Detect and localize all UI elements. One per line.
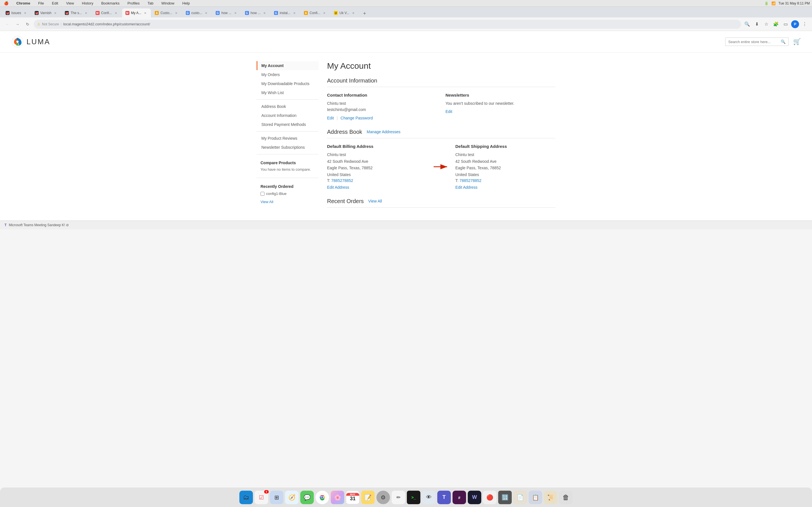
apple-menu[interactable]: 🍎 (2, 1, 10, 6)
menu-view[interactable]: View (64, 1, 75, 6)
address-book-header: Address Book Manage Addresses (327, 129, 555, 138)
pipe-divider: | (337, 116, 338, 120)
sidebar-item-wish-list[interactable]: My Wish List (257, 88, 319, 97)
sidebar-item-account-info[interactable]: Account Information (257, 111, 319, 120)
recently-title: Recently Ordered (260, 184, 315, 189)
shipping-country: United States (455, 172, 555, 178)
recently-item-checkbox[interactable] (260, 192, 264, 196)
tab-close-confi1[interactable]: ✕ (114, 11, 118, 15)
store-search[interactable]: 🔍 (725, 38, 789, 46)
datetime: Tue 31 May 8:11 PM (778, 1, 810, 5)
sidebar-item-my-account[interactable]: My Account (257, 61, 319, 70)
edit-billing-address-link[interactable]: Edit Address (327, 185, 349, 189)
tab-close-the-s[interactable]: ✕ (84, 11, 88, 15)
shipping-title: Default Shipping Address (455, 144, 555, 149)
forward-button[interactable]: → (13, 20, 21, 28)
search-button[interactable]: 🔍 (743, 20, 751, 28)
billing-title: Default Billing Address (327, 144, 427, 149)
cart-icon[interactable]: 🛒 (793, 38, 801, 45)
tab-how2[interactable]: G how ... ✕ (242, 8, 270, 17)
menu-window[interactable]: Window (160, 1, 176, 6)
recently-item-label: config1-Blue (266, 191, 287, 196)
tab-custo-g1[interactable]: G custo... ✕ (183, 8, 212, 17)
tab-close-how1[interactable]: ✕ (233, 11, 238, 15)
billing-country: United States (327, 172, 427, 178)
cast-button[interactable]: ▭ (781, 20, 790, 28)
menu-tab[interactable]: Tab (146, 1, 155, 6)
search-input[interactable] (728, 40, 779, 44)
new-tab-button[interactable]: + (361, 10, 368, 17)
tab-varnish[interactable]: 🐙 Varnish ✕ (31, 8, 61, 17)
menu-edit[interactable]: Edit (50, 1, 60, 6)
edit-contact-link[interactable]: Edit (327, 116, 334, 120)
newsletters-text: You aren't subscribed to our newsletter. (446, 100, 555, 107)
tab-the-s[interactable]: 🐙 The s... ✕ (61, 8, 91, 17)
tab-custo1[interactable]: A Custo... ✕ (151, 8, 182, 17)
view-all-recently[interactable]: View All (260, 200, 273, 204)
tab-close-how2[interactable]: ✕ (262, 11, 267, 15)
sidebar-divider-3 (257, 154, 319, 154)
tab-close-varnish[interactable]: ✕ (53, 11, 57, 15)
menu-file[interactable]: File (36, 1, 46, 6)
sidebar-item-my-orders[interactable]: My Orders (257, 70, 319, 79)
tab-close-my-account[interactable]: ✕ (143, 11, 147, 15)
luma-logo[interactable]: LUMA (11, 36, 50, 48)
tab-close-confi2[interactable]: ✕ (322, 11, 326, 15)
tab-uk-v[interactable]: U Uk V... ✕ (331, 8, 359, 17)
menu-profiles[interactable]: Profiles (126, 1, 141, 6)
shipping-phone-number[interactable]: 7885278852 (460, 178, 481, 183)
profile-button[interactable]: P (791, 20, 799, 28)
menu-bookmarks[interactable]: Bookmarks (100, 1, 121, 6)
url-bar[interactable]: ⚠ Not Secure | local.magento24d2.com/ind… (34, 20, 741, 29)
tab-close-instal[interactable]: ✕ (292, 11, 297, 15)
menu-history[interactable]: History (80, 1, 95, 6)
tab-close-custo-g1[interactable]: ✕ (204, 11, 208, 15)
reload-button[interactable]: ↻ (24, 20, 32, 28)
main-layout: My Account My Orders My Downloadable Pro… (251, 53, 561, 221)
download-button[interactable]: ⬇ (753, 20, 761, 28)
shipping-phone: T: 7885278852 (455, 178, 555, 183)
manage-addresses-link[interactable]: Manage Addresses (367, 129, 401, 134)
sidebar-item-downloadable[interactable]: My Downloadable Products (257, 79, 319, 88)
shipping-city: Eagle Pass, Texas, 78852 (455, 165, 555, 172)
sidebar-item-payment[interactable]: Stored Payment Methods (257, 120, 319, 129)
tab-close-custo1[interactable]: ✕ (174, 11, 179, 15)
sidebar-item-reviews[interactable]: My Product Reviews (257, 134, 319, 143)
tab-close-issues[interactable]: ✕ (23, 11, 28, 15)
sidebar-section-main: My Account My Orders My Downloadable Pro… (257, 61, 319, 97)
extensions-button[interactable]: 🧩 (772, 20, 780, 28)
change-password-link[interactable]: Change Password (341, 116, 373, 120)
sidebar-item-newsletter[interactable]: Newsletter Subscriptions (257, 143, 319, 152)
sidebar-item-address-book[interactable]: Address Book (257, 102, 319, 111)
store-header: LUMA 🔍 🛒 (0, 31, 812, 53)
edit-newsletter-link[interactable]: Edit (446, 109, 452, 114)
contact-info-title: Contact Information (327, 93, 437, 98)
tab-close-uk-v[interactable]: ✕ (351, 11, 356, 15)
arrow-annotation (433, 163, 450, 170)
sidebar-divider-2 (257, 131, 319, 131)
shipping-street: 42 South Redwood Ave (455, 158, 555, 165)
tab-how1[interactable]: G how ... ✕ (212, 8, 241, 17)
tab-instal[interactable]: G instal... ✕ (271, 8, 300, 17)
wifi-status: 📶 (771, 1, 776, 5)
back-button[interactable]: ← (3, 20, 11, 28)
tab-confi1[interactable]: M Confi... ✕ (92, 8, 121, 17)
bookmark-button[interactable]: ☆ (762, 20, 770, 28)
recently-item: config1-Blue (260, 191, 315, 196)
tab-issues[interactable]: 🐙 Issues ✕ (2, 8, 31, 17)
sidebar: My Account My Orders My Downloadable Pro… (257, 61, 319, 212)
red-arrow-icon (433, 163, 450, 170)
view-all-orders-link[interactable]: View All (368, 199, 382, 203)
tab-my-account[interactable]: M My A... ✕ (122, 8, 151, 17)
menu-chrome[interactable]: Chrome (15, 1, 32, 6)
tab-bar: 🐙 Issues ✕ 🐙 Varnish ✕ 🐙 The s... ✕ M Co… (0, 7, 812, 17)
mac-menubar: 🍎 Chrome File Edit View History Bookmark… (0, 0, 812, 7)
menu-help[interactable]: Help (181, 1, 192, 6)
address-bar: ← → ↻ ⚠ Not Secure | local.magento24d2.c… (0, 17, 812, 31)
edit-shipping-address-link[interactable]: Edit Address (455, 185, 477, 189)
luma-logo-text: LUMA (27, 38, 50, 46)
billing-phone-number[interactable]: 7885278852 (331, 178, 353, 183)
shipping-address-block: Default Shipping Address Chintu test 42 … (455, 144, 555, 189)
tab-confi2[interactable]: A Confi... ✕ (301, 8, 330, 17)
menu-button[interactable]: ⋮ (801, 20, 809, 28)
